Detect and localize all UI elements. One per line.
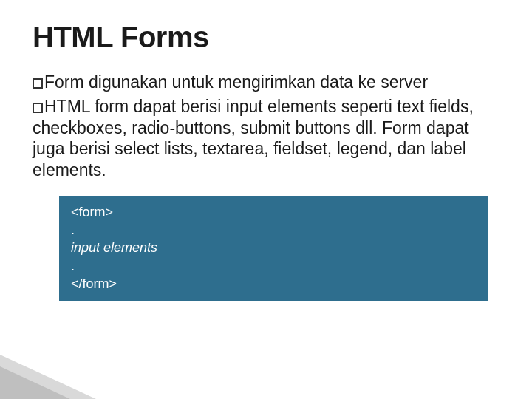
code-line: . [71, 221, 476, 239]
code-line: </form> [71, 275, 476, 293]
bullet-marker-icon [33, 103, 43, 113]
code-line: input elements [71, 239, 476, 256]
slide-content: HTML Forms Form digunakan untuk mengirim… [0, 0, 532, 301]
code-line: . [71, 257, 476, 275]
bullet-text: digunakan untuk mengirimkan data ke serv… [84, 72, 428, 92]
code-example-box: <form> . input elements . </form> [59, 196, 488, 301]
list-item: HTML form dapat berisi input elements se… [33, 96, 499, 181]
bullet-marker-icon [33, 78, 43, 89]
bullet-text: form dapat berisi input elements seperti… [33, 97, 474, 180]
bullet-prefix: Form [44, 72, 84, 92]
bullet-list: Form digunakan untuk mengirimkan data ke… [33, 72, 499, 181]
decorative-triangle-icon [0, 366, 70, 399]
code-line: <form> [71, 203, 476, 221]
bullet-prefix: HTML [44, 97, 90, 116]
list-item: Form digunakan untuk mengirimkan data ke… [33, 72, 499, 93]
slide-title: HTML Forms [33, 21, 499, 54]
